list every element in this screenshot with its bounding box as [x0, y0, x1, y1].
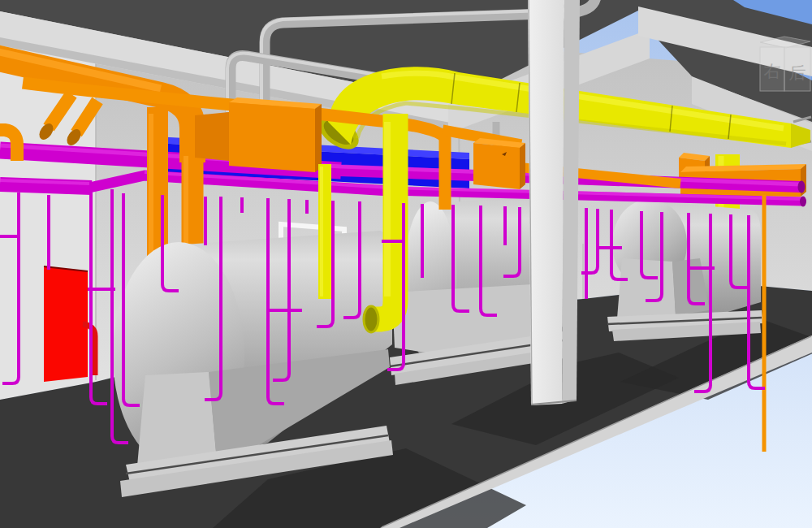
orange-ahu-panel: [195, 112, 229, 161]
viewcube-label-right[interactable]: 右: [764, 62, 781, 81]
column-front[interactable]: [528, 0, 564, 405]
magenta-run-upper-endcap: [798, 181, 806, 193]
model-viewport[interactable]: 右 后: [0, 0, 812, 528]
orange-ahu-box1-front[interactable]: [229, 102, 315, 172]
tank-3[interactable]: [607, 199, 763, 341]
yellow-drop-open-end: [364, 306, 378, 332]
magenta-run-lower-endcap: [800, 197, 806, 207]
fire-door[interactable]: [44, 266, 88, 382]
orange-ahu-box1-side: [315, 104, 322, 172]
structural-column[interactable]: [528, 0, 580, 405]
orange-ahu-box2-front[interactable]: [473, 143, 520, 189]
tank-3-pedestal-front[interactable]: [617, 258, 676, 318]
orange-ahu-box2-side: [520, 143, 525, 189]
tank-1[interactable]: [113, 231, 393, 497]
viewcube-label-back[interactable]: 后: [789, 63, 806, 83]
